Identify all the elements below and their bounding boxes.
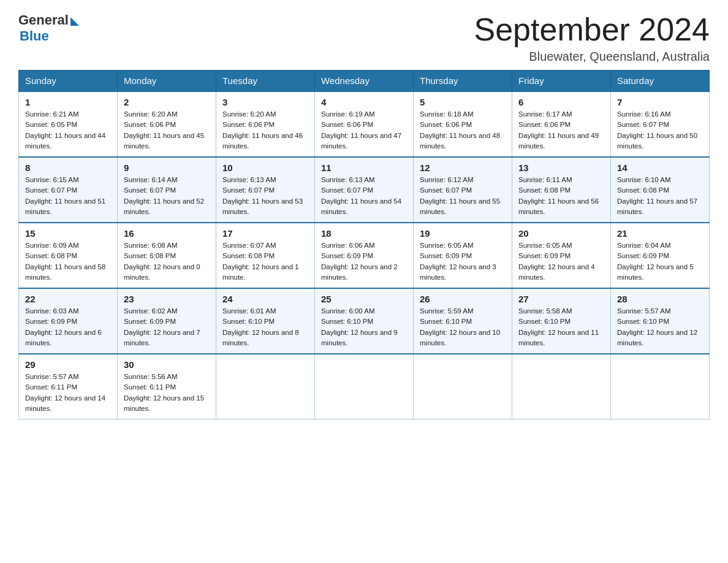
day-info: Sunrise: 6:21 AMSunset: 6:05 PMDaylight:… — [25, 109, 111, 151]
calendar-cell: 25 Sunrise: 6:00 AMSunset: 6:10 PMDaylig… — [315, 288, 414, 354]
calendar-cell: 26 Sunrise: 5:59 AMSunset: 6:10 PMDaylig… — [414, 288, 512, 354]
month-title: September 2024 — [474, 12, 710, 47]
calendar-cell — [611, 354, 710, 419]
day-info: Sunrise: 6:13 AMSunset: 6:07 PMDaylight:… — [321, 175, 407, 217]
day-info: Sunrise: 6:12 AMSunset: 6:07 PMDaylight:… — [420, 175, 506, 217]
day-number: 1 — [25, 97, 111, 107]
header-wednesday: Wednesday — [315, 71, 414, 92]
header-sunday: Sunday — [19, 71, 118, 92]
day-info: Sunrise: 6:17 AMSunset: 6:06 PMDaylight:… — [518, 109, 604, 151]
logo-blue-text: Blue — [20, 28, 49, 44]
day-info: Sunrise: 6:10 AMSunset: 6:08 PMDaylight:… — [617, 175, 703, 217]
calendar-cell: 1 Sunrise: 6:21 AMSunset: 6:05 PMDayligh… — [19, 91, 118, 157]
header-monday: Monday — [118, 71, 216, 92]
day-number: 18 — [321, 228, 407, 239]
header-friday: Friday — [512, 71, 611, 92]
calendar-cell: 3 Sunrise: 6:20 AMSunset: 6:06 PMDayligh… — [216, 91, 315, 157]
day-number: 3 — [222, 97, 308, 107]
day-number: 9 — [124, 163, 210, 173]
day-number: 26 — [420, 294, 506, 304]
day-number: 20 — [518, 228, 604, 239]
calendar-cell: 5 Sunrise: 6:18 AMSunset: 6:06 PMDayligh… — [414, 91, 512, 157]
day-info: Sunrise: 6:20 AMSunset: 6:06 PMDaylight:… — [222, 109, 308, 151]
calendar-cell: 30 Sunrise: 5:56 AMSunset: 6:11 PMDaylig… — [118, 354, 216, 419]
day-info: Sunrise: 5:59 AMSunset: 6:10 PMDaylight:… — [420, 306, 506, 348]
day-number: 4 — [321, 97, 407, 107]
calendar-cell: 7 Sunrise: 6:16 AMSunset: 6:07 PMDayligh… — [611, 91, 710, 157]
calendar-cell: 17 Sunrise: 6:07 AMSunset: 6:08 PMDaylig… — [216, 223, 315, 288]
day-info: Sunrise: 6:11 AMSunset: 6:08 PMDaylight:… — [518, 175, 604, 217]
calendar-cell: 27 Sunrise: 5:58 AMSunset: 6:10 PMDaylig… — [512, 288, 611, 354]
day-number: 2 — [124, 97, 210, 107]
week-row-3: 15 Sunrise: 6:09 AMSunset: 6:08 PMDaylig… — [19, 223, 710, 288]
logo-arrow-icon — [70, 17, 79, 26]
calendar-cell — [216, 354, 315, 419]
calendar-cell: 9 Sunrise: 6:14 AMSunset: 6:07 PMDayligh… — [118, 157, 216, 223]
day-number: 22 — [25, 294, 111, 304]
day-info: Sunrise: 6:15 AMSunset: 6:07 PMDaylight:… — [25, 175, 111, 217]
calendar-cell: 24 Sunrise: 6:01 AMSunset: 6:10 PMDaylig… — [216, 288, 315, 354]
day-number: 17 — [222, 228, 308, 239]
week-row-4: 22 Sunrise: 6:03 AMSunset: 6:09 PMDaylig… — [19, 288, 710, 354]
day-info: Sunrise: 6:06 AMSunset: 6:09 PMDaylight:… — [321, 240, 407, 283]
day-info: Sunrise: 6:16 AMSunset: 6:07 PMDaylight:… — [617, 109, 703, 151]
calendar-cell: 4 Sunrise: 6:19 AMSunset: 6:06 PMDayligh… — [315, 91, 414, 157]
day-number: 23 — [124, 294, 210, 304]
calendar-table: Sunday Monday Tuesday Wednesday Thursday… — [18, 70, 710, 419]
calendar-cell — [512, 354, 611, 419]
day-info: Sunrise: 6:07 AMSunset: 6:08 PMDaylight:… — [222, 240, 308, 283]
day-info: Sunrise: 6:14 AMSunset: 6:07 PMDaylight:… — [124, 175, 210, 217]
week-row-2: 8 Sunrise: 6:15 AMSunset: 6:07 PMDayligh… — [19, 157, 710, 223]
week-row-1: 1 Sunrise: 6:21 AMSunset: 6:05 PMDayligh… — [19, 91, 710, 157]
day-number: 12 — [420, 163, 506, 173]
day-info: Sunrise: 5:57 AMSunset: 6:10 PMDaylight:… — [617, 306, 703, 348]
calendar-cell: 23 Sunrise: 6:02 AMSunset: 6:09 PMDaylig… — [118, 288, 216, 354]
calendar-cell: 20 Sunrise: 6:05 AMSunset: 6:09 PMDaylig… — [512, 223, 611, 288]
day-info: Sunrise: 6:20 AMSunset: 6:06 PMDaylight:… — [124, 109, 210, 151]
calendar-cell: 10 Sunrise: 6:13 AMSunset: 6:07 PMDaylig… — [216, 157, 315, 223]
calendar-cell: 8 Sunrise: 6:15 AMSunset: 6:07 PMDayligh… — [19, 157, 118, 223]
calendar-cell: 15 Sunrise: 6:09 AMSunset: 6:08 PMDaylig… — [19, 223, 118, 288]
week-row-5: 29 Sunrise: 5:57 AMSunset: 6:11 PMDaylig… — [19, 354, 710, 419]
calendar-cell: 29 Sunrise: 5:57 AMSunset: 6:11 PMDaylig… — [19, 354, 118, 419]
day-number: 29 — [25, 359, 111, 370]
day-number: 8 — [25, 163, 111, 173]
logo: General Blue — [18, 12, 79, 44]
day-info: Sunrise: 5:56 AMSunset: 6:11 PMDaylight:… — [124, 372, 210, 414]
header-thursday: Thursday — [414, 71, 512, 92]
title-area: September 2024 Bluewater, Queensland, Au… — [474, 12, 710, 64]
calendar-cell — [414, 354, 512, 419]
calendar-cell: 6 Sunrise: 6:17 AMSunset: 6:06 PMDayligh… — [512, 91, 611, 157]
day-number: 16 — [124, 228, 210, 239]
calendar-cell: 12 Sunrise: 6:12 AMSunset: 6:07 PMDaylig… — [414, 157, 512, 223]
page-header: General Blue September 2024 Bluewater, Q… — [18, 12, 710, 64]
day-info: Sunrise: 6:00 AMSunset: 6:10 PMDaylight:… — [321, 306, 407, 348]
calendar-cell: 22 Sunrise: 6:03 AMSunset: 6:09 PMDaylig… — [19, 288, 118, 354]
day-info: Sunrise: 6:03 AMSunset: 6:09 PMDaylight:… — [25, 306, 111, 348]
day-number: 19 — [420, 228, 506, 239]
day-number: 21 — [617, 228, 703, 239]
day-number: 30 — [124, 359, 210, 370]
day-info: Sunrise: 6:05 AMSunset: 6:09 PMDaylight:… — [420, 240, 506, 283]
day-number: 15 — [25, 228, 111, 239]
day-number: 24 — [222, 294, 308, 304]
day-info: Sunrise: 6:01 AMSunset: 6:10 PMDaylight:… — [222, 306, 308, 348]
day-number: 6 — [518, 97, 604, 107]
day-info: Sunrise: 6:13 AMSunset: 6:07 PMDaylight:… — [222, 175, 308, 217]
day-info: Sunrise: 6:05 AMSunset: 6:09 PMDaylight:… — [518, 240, 604, 283]
day-info: Sunrise: 6:02 AMSunset: 6:09 PMDaylight:… — [124, 306, 210, 348]
day-info: Sunrise: 5:57 AMSunset: 6:11 PMDaylight:… — [25, 372, 111, 414]
day-info: Sunrise: 6:08 AMSunset: 6:08 PMDaylight:… — [124, 240, 210, 283]
calendar-cell: 28 Sunrise: 5:57 AMSunset: 6:10 PMDaylig… — [611, 288, 710, 354]
calendar-cell: 21 Sunrise: 6:04 AMSunset: 6:09 PMDaylig… — [611, 223, 710, 288]
day-number: 27 — [518, 294, 604, 304]
day-info: Sunrise: 6:19 AMSunset: 6:06 PMDaylight:… — [321, 109, 407, 151]
location-title: Bluewater, Queensland, Australia — [474, 50, 710, 64]
calendar-cell: 16 Sunrise: 6:08 AMSunset: 6:08 PMDaylig… — [118, 223, 216, 288]
calendar-cell: 19 Sunrise: 6:05 AMSunset: 6:09 PMDaylig… — [414, 223, 512, 288]
logo-general-text: General — [18, 12, 69, 28]
calendar-cell: 2 Sunrise: 6:20 AMSunset: 6:06 PMDayligh… — [118, 91, 216, 157]
day-number: 13 — [518, 163, 604, 173]
day-info: Sunrise: 5:58 AMSunset: 6:10 PMDaylight:… — [518, 306, 604, 348]
day-number: 7 — [617, 97, 703, 107]
